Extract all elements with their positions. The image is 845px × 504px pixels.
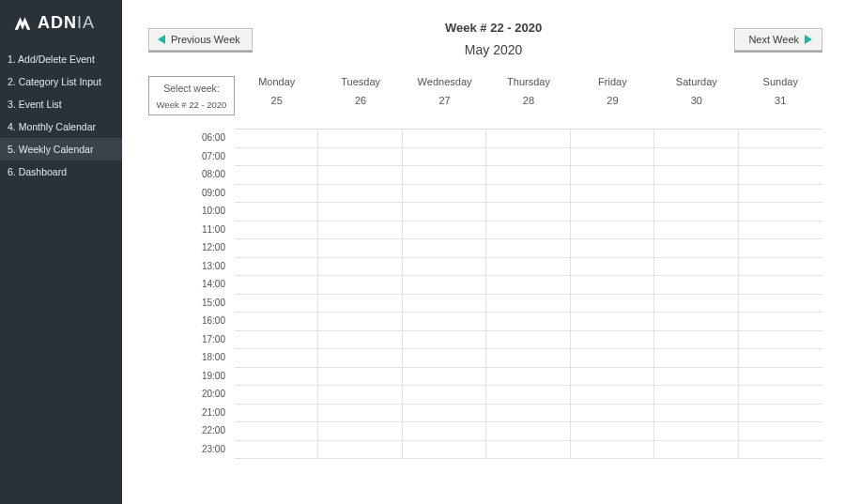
calendar-cell[interactable] xyxy=(654,258,738,277)
calendar-cell[interactable] xyxy=(486,313,570,331)
calendar-cell[interactable] xyxy=(486,221,570,240)
calendar-cell[interactable] xyxy=(654,349,738,368)
calendar-cell[interactable] xyxy=(486,185,570,204)
calendar-cell[interactable] xyxy=(403,130,486,148)
calendar-cell[interactable] xyxy=(403,368,486,387)
calendar-cell[interactable] xyxy=(739,368,822,387)
calendar-cell[interactable] xyxy=(235,368,318,387)
calendar-cell[interactable] xyxy=(403,386,486,405)
calendar-cell[interactable] xyxy=(739,331,822,350)
calendar-cell[interactable] xyxy=(654,331,738,350)
calendar-cell[interactable] xyxy=(739,441,822,460)
calendar-cell[interactable] xyxy=(739,221,822,240)
calendar-cell[interactable] xyxy=(403,422,486,441)
calendar-cell[interactable] xyxy=(486,166,570,185)
calendar-cell[interactable] xyxy=(235,185,318,204)
calendar-cell[interactable] xyxy=(654,130,738,148)
calendar-cell[interactable] xyxy=(235,441,318,460)
calendar-cell[interactable] xyxy=(235,221,318,240)
calendar-cell[interactable] xyxy=(403,148,486,167)
calendar-cell[interactable] xyxy=(739,349,822,368)
calendar-cell[interactable] xyxy=(739,239,822,258)
calendar-cell[interactable] xyxy=(571,441,654,460)
calendar-cell[interactable] xyxy=(654,441,738,460)
calendar-cell[interactable] xyxy=(318,276,402,295)
calendar-cell[interactable] xyxy=(571,258,654,277)
calendar-cell[interactable] xyxy=(403,258,486,277)
calendar-grid[interactable] xyxy=(235,129,822,493)
calendar-cell[interactable] xyxy=(403,349,486,368)
calendar-cell[interactable] xyxy=(403,276,486,295)
calendar-cell[interactable] xyxy=(571,405,654,423)
calendar-cell[interactable] xyxy=(654,405,738,423)
calendar-cell[interactable] xyxy=(486,148,570,167)
calendar-cell[interactable] xyxy=(318,239,402,258)
calendar-cell[interactable] xyxy=(403,405,486,423)
calendar-cell[interactable] xyxy=(571,368,654,387)
sidebar-item-4[interactable]: 5. Weekly Calendar xyxy=(0,138,122,160)
calendar-cell[interactable] xyxy=(235,349,318,368)
calendar-cell[interactable] xyxy=(235,313,318,331)
calendar-cell[interactable] xyxy=(235,166,318,185)
previous-week-button[interactable]: Previous Week xyxy=(148,28,253,51)
next-week-button[interactable]: Next Week xyxy=(734,28,822,51)
calendar-cell[interactable] xyxy=(486,368,570,387)
calendar-cell[interactable] xyxy=(235,258,318,277)
calendar-cell[interactable] xyxy=(654,166,738,185)
calendar-cell[interactable] xyxy=(739,258,822,277)
calendar-cell[interactable] xyxy=(235,130,318,148)
calendar-cell[interactable] xyxy=(235,276,318,295)
calendar-cell[interactable] xyxy=(571,295,654,313)
calendar-cell[interactable] xyxy=(739,276,822,295)
calendar-cell[interactable] xyxy=(318,185,402,204)
calendar-cell[interactable] xyxy=(654,313,738,331)
calendar-cell[interactable] xyxy=(235,239,318,258)
calendar-cell[interactable] xyxy=(571,331,654,350)
calendar-cell[interactable] xyxy=(571,349,654,368)
calendar-cell[interactable] xyxy=(571,166,654,185)
calendar-cell[interactable] xyxy=(739,203,822,221)
calendar-cell[interactable] xyxy=(654,295,738,313)
calendar-cell[interactable] xyxy=(654,422,738,441)
calendar-cell[interactable] xyxy=(403,331,486,350)
calendar-cell[interactable] xyxy=(654,148,738,167)
calendar-cell[interactable] xyxy=(486,405,570,423)
calendar-cell[interactable] xyxy=(318,313,402,331)
calendar-cell[interactable] xyxy=(739,130,822,148)
sidebar-item-5[interactable]: 6. Dashboard xyxy=(0,160,122,183)
calendar-cell[interactable] xyxy=(654,203,738,221)
calendar-cell[interactable] xyxy=(739,148,822,167)
calendar-cell[interactable] xyxy=(486,331,570,350)
calendar-cell[interactable] xyxy=(403,166,486,185)
calendar-cell[interactable] xyxy=(571,386,654,405)
calendar-cell[interactable] xyxy=(654,386,738,405)
calendar-cell[interactable] xyxy=(318,349,402,368)
calendar-cell[interactable] xyxy=(486,203,570,221)
calendar-cell[interactable] xyxy=(318,203,402,221)
calendar-cell[interactable] xyxy=(486,295,570,313)
calendar-cell[interactable] xyxy=(318,405,402,423)
calendar-cell[interactable] xyxy=(318,166,402,185)
calendar-cell[interactable] xyxy=(571,239,654,258)
calendar-cell[interactable] xyxy=(403,239,486,258)
sidebar-item-2[interactable]: 3. Event List xyxy=(0,93,122,115)
calendar-cell[interactable] xyxy=(571,221,654,240)
calendar-cell[interactable] xyxy=(654,185,738,204)
calendar-cell[interactable] xyxy=(318,221,402,240)
calendar-cell[interactable] xyxy=(235,295,318,313)
calendar-cell[interactable] xyxy=(739,386,822,405)
calendar-cell[interactable] xyxy=(318,258,402,277)
calendar-cell[interactable] xyxy=(571,203,654,221)
calendar-cell[interactable] xyxy=(486,276,570,295)
calendar-cell[interactable] xyxy=(739,422,822,441)
calendar-cell[interactable] xyxy=(654,239,738,258)
calendar-cell[interactable] xyxy=(571,276,654,295)
calendar-cell[interactable] xyxy=(235,405,318,423)
calendar-cell[interactable] xyxy=(318,331,402,350)
calendar-cell[interactable] xyxy=(486,239,570,258)
calendar-cell[interactable] xyxy=(486,386,570,405)
calendar-cell[interactable] xyxy=(318,368,402,387)
calendar-cell[interactable] xyxy=(235,203,318,221)
calendar-cell[interactable] xyxy=(403,295,486,313)
calendar-cell[interactable] xyxy=(486,349,570,368)
